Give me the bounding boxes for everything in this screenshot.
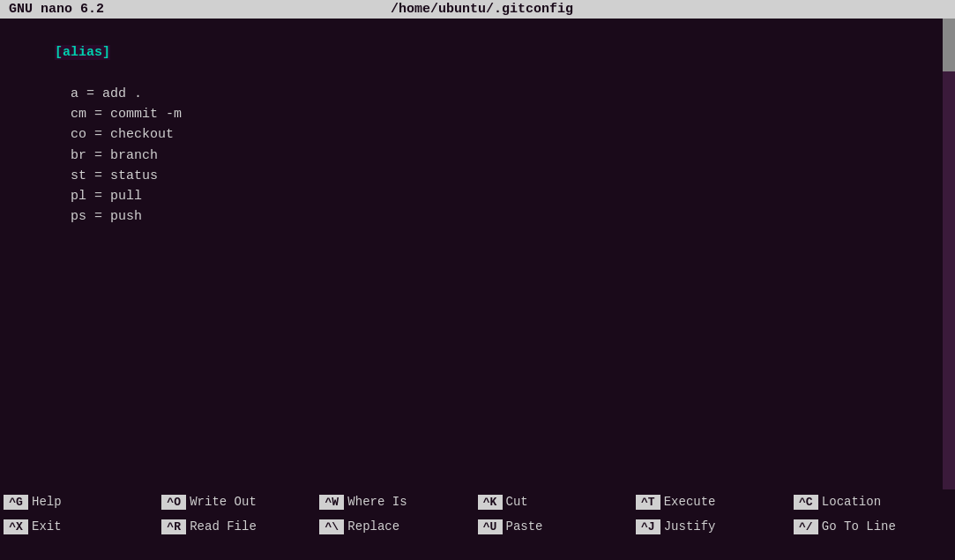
editor-line-8: ps = push xyxy=(7,206,948,227)
label-exit: Exit xyxy=(32,519,62,534)
terminal-window: GNU nano 6.2 /home/ubuntu/.gitconfig [al… xyxy=(0,0,955,560)
editor-line-6: st = status xyxy=(7,166,948,186)
key-ctrl-k: ^K xyxy=(478,495,503,510)
shortcut-where-is[interactable]: ^W Where Is xyxy=(319,495,477,510)
editor-line-4: co = checkout xyxy=(7,124,948,145)
key-ctrl-j: ^J xyxy=(636,519,660,534)
shortcut-justify[interactable]: ^J Justify xyxy=(636,519,794,534)
shortcut-go-to-line[interactable]: ^/ Go To Line xyxy=(794,519,951,534)
editor-line-7: pl = pull xyxy=(7,186,948,206)
key-ctrl-t: ^T xyxy=(636,495,660,510)
title-bar: GNU nano 6.2 /home/ubuntu/.gitconfig xyxy=(0,0,955,19)
shortcut-execute[interactable]: ^T Execute xyxy=(636,495,794,510)
key-ctrl-backslash: ^\ xyxy=(319,519,344,534)
app-name: GNU nano 6.2 xyxy=(0,2,245,17)
label-cut: Cut xyxy=(506,495,528,509)
label-justify: Justify xyxy=(664,519,716,534)
label-read-file: Read File xyxy=(190,519,257,534)
key-ctrl-g: ^G xyxy=(4,495,28,510)
label-where-is: Where Is xyxy=(347,495,407,509)
key-ctrl-w: ^W xyxy=(319,495,344,510)
editor-line-1: [alias] xyxy=(7,22,948,84)
key-ctrl-u: ^U xyxy=(478,519,503,534)
editor-area[interactable]: [alias] a = add . cm = commit -m co = ch… xyxy=(0,19,955,489)
key-ctrl-r: ^R xyxy=(161,519,186,534)
shortcut-write-out[interactable]: ^O Write Out xyxy=(161,495,319,510)
shortcut-help[interactable]: ^G Help xyxy=(4,495,161,510)
key-ctrl-c: ^C xyxy=(794,495,818,510)
scrollbar[interactable] xyxy=(943,19,955,489)
shortcut-row-2: ^X Exit ^R Read File ^\ Replace ^U Paste… xyxy=(0,514,955,539)
label-go-to-line: Go To Line xyxy=(822,519,896,534)
label-location: Location xyxy=(822,495,881,509)
status-bar: ^G Help ^O Write Out ^W Where Is ^K Cut … xyxy=(0,489,955,560)
highlighted-text: [alias] xyxy=(55,45,110,60)
shortcut-row-1: ^G Help ^O Write Out ^W Where Is ^K Cut … xyxy=(0,489,955,514)
key-ctrl-o: ^O xyxy=(161,495,186,510)
shortcut-location[interactable]: ^C Location xyxy=(794,495,951,510)
shortcut-read-file[interactable]: ^R Read File xyxy=(161,519,319,534)
shortcut-cut[interactable]: ^K Cut xyxy=(478,495,636,510)
label-help: Help xyxy=(32,495,62,509)
editor-line-2: a = add . xyxy=(7,84,948,104)
shortcut-exit[interactable]: ^X Exit xyxy=(4,519,161,534)
editor-line-5: br = branch xyxy=(7,146,948,166)
shortcut-paste[interactable]: ^U Paste xyxy=(478,519,636,534)
label-paste: Paste xyxy=(506,519,543,534)
label-write-out: Write Out xyxy=(190,495,257,509)
file-name: /home/ubuntu/.gitconfig xyxy=(245,2,719,17)
key-ctrl-x: ^X xyxy=(4,519,28,534)
label-execute: Execute xyxy=(664,495,716,509)
label-replace: Replace xyxy=(347,519,399,534)
key-ctrl-slash: ^/ xyxy=(794,519,818,534)
shortcut-replace[interactable]: ^\ Replace xyxy=(319,519,477,534)
editor-line-3: cm = commit -m xyxy=(7,104,948,124)
scrollbar-thumb[interactable] xyxy=(943,19,955,71)
